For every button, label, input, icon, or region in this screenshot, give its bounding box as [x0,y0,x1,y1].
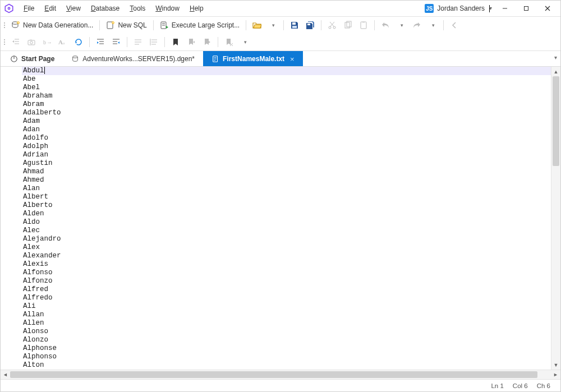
scroll-right-arrow-icon[interactable]: ► [551,370,560,379]
menu-database[interactable]: Database [87,2,123,15]
indent-left-button[interactable] [93,35,108,49]
editor-line[interactable]: Adan [22,126,551,134]
outdent-lines-button[interactable] [8,35,23,49]
bookmark-prev-button[interactable] [184,35,199,49]
scroll-thumb[interactable] [10,371,537,378]
tab-close-button[interactable]: × [290,55,295,63]
editor-line[interactable]: Ahmad [22,168,551,176]
user-name: Jordan Sanders [437,4,485,12]
editor-line[interactable]: Alphonso [22,353,551,361]
uncomment-button[interactable] [146,35,161,49]
editor-line[interactable]: Allen [22,319,551,328]
scroll-up-arrow-icon[interactable]: ▲ [551,67,560,76]
tab-start-page[interactable]: Start Page [2,51,63,66]
editor-line[interactable]: Alfonzo [22,277,551,285]
editor-line[interactable]: Adrian [22,151,551,159]
copy-button[interactable] [341,19,355,32]
status-char: Ch 6 [537,382,550,389]
editor-line[interactable]: Allan [22,311,551,319]
tabs-overflow-button[interactable]: ▾ [554,54,557,61]
svg-marker-41 [75,42,77,44]
menu-edit[interactable]: Edit [40,2,60,15]
editor-line[interactable]: Abe [22,75,551,84]
indent-right-button[interactable] [109,35,123,49]
svg-line-24 [330,22,334,26]
bookmark-toggle-button[interactable] [168,35,183,49]
window-maximize-button[interactable] [517,2,536,15]
editor-line[interactable]: Adam [22,117,551,126]
scroll-thumb[interactable] [553,76,559,166]
open-dropdown[interactable]: ▾ [265,19,280,32]
editor-line[interactable]: Alec [22,227,551,235]
editor-line[interactable]: Alan [22,185,551,193]
paste-button[interactable] [356,19,371,32]
editor-line[interactable]: Alexander [22,252,551,260]
editor-line[interactable]: Alfred [22,285,551,294]
editor-line[interactable]: Ahmed [22,176,551,185]
editor-line[interactable]: Alfonso [22,269,551,277]
scroll-down-arrow-icon[interactable]: ▼ [551,360,560,370]
editor-line[interactable]: Alphonse [22,344,551,353]
redo-dropdown[interactable]: ▾ [425,19,440,32]
scroll-left-arrow-icon[interactable]: ◄ [1,370,10,379]
tab-firstnamesmale-txt[interactable]: FirstNamesMale.txt × [203,51,303,66]
editor-line[interactable]: Alden [22,210,551,218]
editor-line[interactable]: Abel [22,84,551,92]
editor-line[interactable]: Alberto [22,201,551,210]
scroll-track[interactable] [551,76,560,360]
menu-help[interactable]: Help [186,2,208,15]
comment-button[interactable] [131,35,145,49]
editor-line[interactable]: Alonso [22,328,551,336]
navigate-back-button[interactable] [447,19,462,32]
editor-line[interactable]: Alton [22,361,551,370]
redo-button[interactable] [410,19,424,32]
execute-large-script-button[interactable]: Execute Large Script... [157,19,242,32]
editor-line[interactable]: Abdul [22,67,551,75]
new-data-generation-button[interactable]: New Data Generation... [8,19,96,32]
tab-adventureworks-dgen[interactable]: AdventureWorks...SERVER15).dgen* [63,51,203,66]
svg-text:b: b [43,39,46,45]
editor-line[interactable]: Adalberto [22,109,551,117]
text-editor[interactable]: AbdulAbeAbelAbrahamAbramAdalbertoAdamAda… [22,67,551,370]
refresh-button[interactable] [71,35,86,49]
editor-line[interactable]: Alonzo [22,336,551,344]
toolbar-grip-icon[interactable] [3,20,6,31]
editor-line[interactable]: Abraham [22,92,551,100]
editor-line[interactable]: Albert [22,193,551,201]
menu-file[interactable]: File [20,2,38,15]
toggle-case-button[interactable]: b→ [40,35,54,49]
user-account-menu[interactable]: JS Jordan Sanders ▾ [421,3,493,14]
font-size-button[interactable]: Aa [56,35,70,49]
toolbar-grip-icon[interactable] [3,36,6,48]
camera-button[interactable] [24,35,39,49]
window-close-button[interactable] [538,2,557,15]
editor-line[interactable]: Alejandro [22,235,551,243]
editor-line[interactable]: Agustin [22,159,551,168]
menu-window[interactable]: Window [151,2,183,15]
horizontal-scrollbar[interactable]: ◄ ► [1,370,560,379]
bookmark-clear-button[interactable] [222,35,236,49]
vertical-scrollbar[interactable]: ▲ ▼ [551,67,560,370]
menu-view[interactable]: View [62,2,85,15]
editor-line[interactable]: Abram [22,100,551,109]
menu-tools[interactable]: Tools [126,2,149,15]
scroll-track[interactable] [10,370,551,379]
undo-dropdown[interactable]: ▾ [394,19,408,32]
bookmark-next-button[interactable] [200,35,214,49]
open-button[interactable] [250,19,264,32]
editor-line[interactable]: Aldo [22,218,551,227]
editor-line[interactable]: Adolfo [22,134,551,142]
editor-line[interactable]: Alfredo [22,294,551,302]
editor-line[interactable]: Adolph [22,142,551,151]
window-minimize-button[interactable] [495,2,514,15]
svg-rect-20 [292,26,297,28]
undo-button[interactable] [378,19,393,32]
save-button[interactable] [287,19,302,32]
new-sql-button[interactable]: New SQL [103,19,149,32]
cut-button[interactable] [325,19,339,32]
bookmark-dropdown[interactable]: ▾ [237,35,252,49]
editor-line[interactable]: Ali [22,302,551,311]
editor-line[interactable]: Alex [22,243,551,252]
save-all-button[interactable] [303,19,318,32]
editor-line[interactable]: Alexis [22,260,551,269]
